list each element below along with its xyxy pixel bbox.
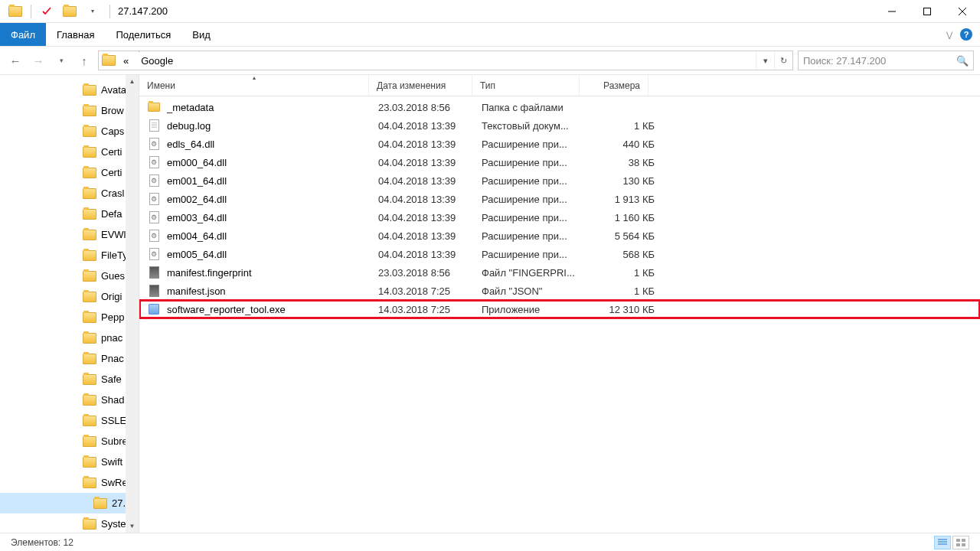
qat-properties-icon[interactable] bbox=[38, 3, 56, 20]
folder-icon bbox=[83, 147, 96, 158]
scroll-up-icon[interactable]: ▲ bbox=[126, 75, 139, 88]
tree-item[interactable]: Subre bbox=[0, 431, 139, 452]
maximize-button[interactable] bbox=[910, 0, 945, 23]
file-row[interactable]: _metadata23.03.2018 8:56Папка с файлами bbox=[139, 98, 980, 116]
tree-item[interactable]: EVWl bbox=[0, 224, 139, 245]
bin-icon bbox=[147, 266, 161, 279]
tab-share[interactable]: Поделиться bbox=[105, 23, 181, 46]
navigation-pane[interactable]: AvataBrowCapsCertiCertiCraslDefaEVWlFile… bbox=[0, 75, 139, 533]
tree-item-label: Caps bbox=[101, 126, 124, 137]
file-row[interactable]: manifest.fingerprint23.03.2018 8:56Файл … bbox=[139, 263, 980, 282]
tree-item[interactable]: Certi bbox=[0, 142, 139, 162]
file-row[interactable]: ⚙em001_64.dll04.04.2018 13:39Расширение … bbox=[139, 171, 980, 190]
file-size: 1 КБ bbox=[589, 285, 655, 297]
tree-item-label: Certi bbox=[101, 167, 122, 178]
tree-item[interactable]: Origi bbox=[0, 286, 139, 307]
tree-item[interactable]: Defa bbox=[0, 204, 139, 224]
crumb-overflow[interactable]: « bbox=[119, 51, 133, 70]
tree-item-label: Certi bbox=[101, 146, 122, 158]
tree-item[interactable]: Pnac bbox=[0, 348, 139, 369]
tree-item[interactable]: FileTy bbox=[0, 245, 139, 266]
folder-icon bbox=[83, 478, 96, 488]
back-button[interactable]: ← bbox=[6, 51, 24, 70]
tree-item[interactable]: Syste bbox=[0, 514, 139, 533]
tab-home[interactable]: Главная bbox=[46, 23, 105, 46]
column-type[interactable]: Тип bbox=[472, 75, 580, 96]
folder-icon bbox=[83, 292, 96, 302]
help-icon[interactable]: ? bbox=[960, 28, 972, 41]
file-row[interactable]: ⚙em000_64.dll04.04.2018 13:39Расширение … bbox=[139, 153, 980, 171]
file-type: Расширение при... bbox=[482, 249, 589, 260]
tab-view[interactable]: Вид bbox=[181, 23, 221, 46]
icons-view-button[interactable] bbox=[952, 536, 969, 549]
file-list[interactable]: ▴Имени Дата изменения Тип Размера _metad… bbox=[139, 75, 980, 533]
folder-icon bbox=[83, 250, 96, 261]
tree-item[interactable]: Swift bbox=[0, 452, 139, 472]
file-row[interactable]: ⚙edls_64.dll04.04.2018 13:39Расширение п… bbox=[139, 135, 980, 153]
tree-item-label: SwRe bbox=[101, 477, 128, 488]
tree-item-label: Defa bbox=[101, 208, 122, 220]
qat-new-folder-icon[interactable] bbox=[60, 3, 79, 20]
recent-dropdown-icon[interactable]: ▾ bbox=[52, 51, 70, 70]
svg-rect-8 bbox=[962, 539, 965, 542]
refresh-button[interactable]: ↻ bbox=[774, 51, 792, 70]
tree-item-label: EVWl bbox=[101, 229, 126, 240]
forward-button[interactable]: → bbox=[29, 51, 47, 70]
close-button[interactable] bbox=[945, 0, 980, 23]
tab-file[interactable]: Файл bbox=[0, 23, 46, 46]
tree-item-label: Shad bbox=[101, 394, 124, 406]
tree-item[interactable]: Certi bbox=[0, 162, 139, 183]
search-input[interactable]: Поиск: 27.147.200 🔍 bbox=[798, 51, 974, 70]
file-row[interactable]: debug.log04.04.2018 13:39Текстовый докум… bbox=[139, 116, 980, 135]
tree-item[interactable]: Avata bbox=[0, 80, 139, 100]
breadcrumb-item[interactable]: Google bbox=[136, 55, 211, 67]
tree-item[interactable]: Caps bbox=[0, 121, 139, 142]
tree-item[interactable]: pnac bbox=[0, 328, 139, 348]
tree-item[interactable]: Safe bbox=[0, 369, 139, 390]
file-row[interactable]: software_reporter_tool.exe14.03.2018 7:2… bbox=[139, 300, 980, 318]
file-row[interactable]: ⚙em005_64.dll04.04.2018 13:39Расширение … bbox=[139, 245, 980, 263]
svg-rect-7 bbox=[956, 539, 960, 542]
column-date[interactable]: Дата изменения bbox=[369, 75, 472, 96]
tree-item[interactable]: Brow bbox=[0, 100, 139, 121]
file-type: Расширение при... bbox=[482, 212, 589, 223]
gear-icon: ⚙ bbox=[147, 155, 161, 169]
address-dropdown-icon[interactable]: ▾ bbox=[756, 51, 774, 70]
scroll-track[interactable] bbox=[126, 88, 139, 520]
ribbon-expand-icon[interactable]: ⋁ bbox=[946, 31, 952, 39]
tree-item[interactable]: Gues bbox=[0, 266, 139, 286]
folder-icon bbox=[83, 168, 96, 178]
column-size[interactable]: Размера bbox=[580, 75, 648, 96]
tree-item[interactable]: Crasl bbox=[0, 183, 139, 204]
file-row[interactable]: ⚙em002_64.dll04.04.2018 13:39Расширение … bbox=[139, 190, 980, 208]
file-type: Расширение при... bbox=[482, 194, 589, 205]
tree-item[interactable]: 27.1 bbox=[0, 493, 139, 514]
address-bar[interactable]: « Пользователи›for the internet›AppData›… bbox=[98, 51, 793, 70]
file-type: Папка с файлами bbox=[482, 102, 589, 113]
minimize-button[interactable] bbox=[874, 0, 910, 23]
up-button[interactable]: ↑ bbox=[75, 51, 93, 70]
scroll-down-icon[interactable]: ▼ bbox=[126, 520, 139, 533]
file-size: 1 КБ bbox=[589, 120, 655, 132]
tree-item[interactable]: SwRe bbox=[0, 472, 139, 493]
details-view-button[interactable] bbox=[934, 536, 951, 549]
file-size: 1 913 КБ bbox=[589, 194, 655, 205]
tree-item[interactable]: SSLE bbox=[0, 410, 139, 431]
navigation-bar: ← → ▾ ↑ « Пользователи›for the internet›… bbox=[0, 46, 980, 75]
file-name: em005_64.dll bbox=[167, 249, 378, 260]
file-row[interactable]: manifest.json14.03.2018 7:25Файл "JSON"1… bbox=[139, 282, 980, 300]
tree-item[interactable]: Shad bbox=[0, 390, 139, 410]
file-row[interactable]: ⚙em004_64.dll04.04.2018 13:39Расширение … bbox=[139, 227, 980, 245]
file-size: 38 КБ bbox=[589, 157, 655, 168]
file-row[interactable]: ⚙em003_64.dll04.04.2018 13:39Расширение … bbox=[139, 208, 980, 227]
file-name: software_reporter_tool.exe bbox=[167, 304, 378, 315]
qat-dropdown-icon[interactable]: ▾ bbox=[83, 3, 102, 20]
file-name: manifest.json bbox=[167, 285, 378, 297]
tree-item-label: Syste bbox=[101, 518, 126, 530]
folder-icon bbox=[83, 374, 96, 385]
file-size: 12 310 КБ bbox=[589, 304, 655, 315]
file-name: _metadata bbox=[167, 102, 378, 113]
tree-item[interactable]: Pepp bbox=[0, 307, 139, 328]
sidebar-scrollbar[interactable]: ▲ ▼ bbox=[126, 75, 139, 533]
column-name[interactable]: ▴Имени bbox=[139, 75, 369, 96]
